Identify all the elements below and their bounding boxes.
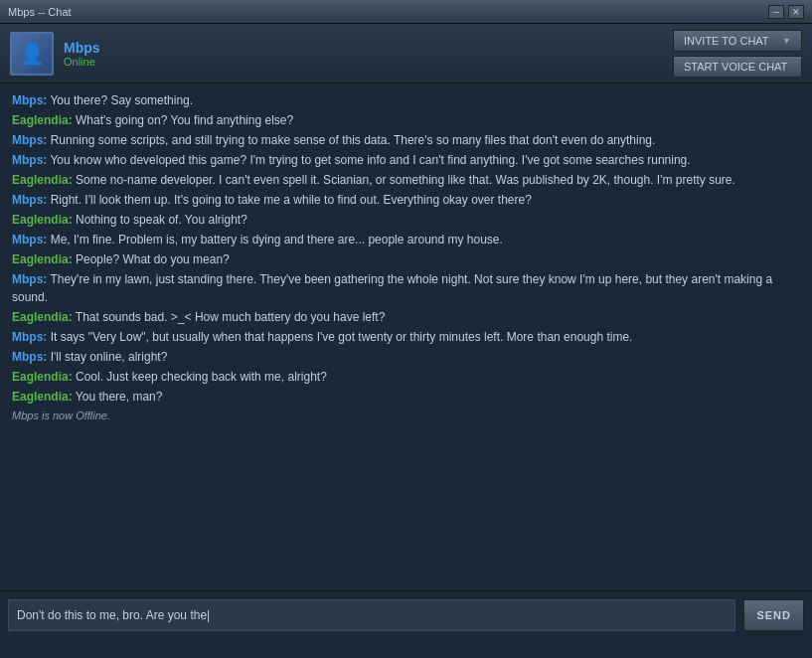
message-line: Mbps is now Offline. bbox=[12, 408, 800, 424]
send-button[interactable]: SEND bbox=[743, 599, 804, 631]
input-area: SEND bbox=[0, 590, 812, 638]
message-line: Eaglendia: Nothing to speak of. You alri… bbox=[12, 211, 800, 229]
chat-container: Mbps: You there? Say something.Eaglendia… bbox=[0, 83, 812, 590]
invite-label: INVITE TO CHAT bbox=[684, 35, 769, 47]
chat-messages[interactable]: Mbps: You there? Say something.Eaglendia… bbox=[0, 83, 812, 590]
message-sender: Mbps: bbox=[12, 153, 47, 167]
message-line: Eaglendia: People? What do you mean? bbox=[12, 250, 800, 268]
minimize-button[interactable]: ─ bbox=[768, 5, 784, 19]
message-sender: Eaglendia: bbox=[12, 370, 73, 384]
message-sender: Mbps: bbox=[12, 272, 47, 286]
message-line: Mbps: You there? Say something. bbox=[12, 91, 800, 109]
header-buttons: INVITE TO CHAT ▼ START VOICE CHAT bbox=[673, 30, 802, 78]
message-line: Eaglendia: That sounds bad. >_< How much… bbox=[12, 308, 800, 326]
message-line: Eaglendia: Some no-name developer. I can… bbox=[12, 171, 800, 189]
username: Mbps bbox=[64, 40, 100, 56]
message-line: Mbps: I'll stay online, alright? bbox=[12, 348, 800, 366]
message-sender: Eaglendia: bbox=[12, 390, 73, 404]
voice-label: START VOICE CHAT bbox=[684, 61, 787, 73]
message-sender: Mbps: bbox=[12, 233, 47, 247]
user-info: 👤 Mbps Online bbox=[10, 32, 100, 76]
title-bar: Mbps -- Chat ─ ✕ bbox=[0, 0, 812, 24]
message-sender: Eaglendia: bbox=[12, 213, 73, 227]
message-sender: Eaglendia: bbox=[12, 113, 73, 127]
message-line: Mbps: It says "Very Low", but usually wh… bbox=[12, 328, 800, 346]
message-sender: Eaglendia: bbox=[12, 173, 73, 187]
user-status: Online bbox=[64, 56, 100, 68]
message-line: Mbps: They're in my lawn, just standing … bbox=[12, 270, 800, 306]
message-line: Eaglendia: You there, man? bbox=[12, 388, 800, 406]
dropdown-arrow-icon: ▼ bbox=[782, 36, 791, 46]
message-line: Mbps: You know who developed this game? … bbox=[12, 151, 800, 169]
message-sender: Eaglendia: bbox=[12, 252, 73, 266]
message-line: Mbps: Running some scripts, and still tr… bbox=[12, 131, 800, 149]
close-button[interactable]: ✕ bbox=[788, 5, 804, 19]
invite-to-chat-button[interactable]: INVITE TO CHAT ▼ bbox=[673, 30, 802, 52]
start-voice-chat-button[interactable]: START VOICE CHAT bbox=[673, 56, 802, 78]
message-sender: Mbps: bbox=[12, 350, 47, 364]
user-details: Mbps Online bbox=[64, 40, 100, 68]
window-title: Mbps -- Chat bbox=[8, 6, 72, 18]
message-line: Eaglendia: What's going on? You find any… bbox=[12, 111, 800, 129]
message-sender: Eaglendia: bbox=[12, 310, 73, 324]
message-sender: Mbps: bbox=[12, 133, 47, 147]
avatar: 👤 bbox=[10, 32, 54, 76]
chat-input[interactable] bbox=[8, 599, 735, 631]
message-line: Eaglendia: Cool. Just keep checking back… bbox=[12, 368, 800, 386]
message-sender: Mbps: bbox=[12, 93, 47, 107]
chat-header: 👤 Mbps Online INVITE TO CHAT ▼ START VOI… bbox=[0, 24, 812, 83]
message-line: Mbps: Right. I'll look them up. It's goi… bbox=[12, 191, 800, 209]
window-controls: ─ ✕ bbox=[768, 5, 804, 19]
message-sender: Mbps: bbox=[12, 330, 47, 344]
message-line: Mbps: Me, I'm fine. Problem is, my batte… bbox=[12, 231, 800, 248]
message-sender: Mbps: bbox=[12, 193, 47, 207]
